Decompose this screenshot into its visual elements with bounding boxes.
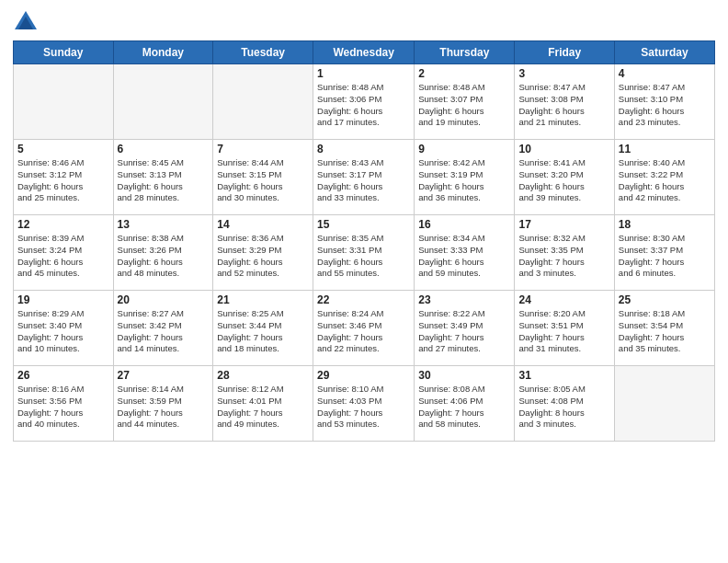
- day-number: 26: [17, 369, 109, 382]
- day-info: Sunrise: 8:29 AM Sunset: 3:40 PM Dayligh…: [17, 308, 109, 355]
- calendar-cell: 2Sunrise: 8:48 AM Sunset: 3:07 PM Daylig…: [415, 64, 515, 140]
- calendar-cell: 20Sunrise: 8:27 AM Sunset: 3:42 PM Dayli…: [113, 291, 213, 366]
- day-number: 12: [17, 218, 109, 231]
- calendar-cell: 19Sunrise: 8:29 AM Sunset: 3:40 PM Dayli…: [14, 291, 114, 366]
- calendar-cell: 26Sunrise: 8:16 AM Sunset: 3:56 PM Dayli…: [14, 366, 114, 442]
- day-number: 6: [118, 143, 210, 155]
- day-info: Sunrise: 8:44 AM Sunset: 3:15 PM Dayligh…: [217, 157, 309, 204]
- day-info: Sunrise: 8:12 AM Sunset: 4:01 PM Dayligh…: [217, 384, 309, 431]
- calendar-cell: 3Sunrise: 8:47 AM Sunset: 3:08 PM Daylig…: [515, 64, 614, 140]
- day-number: 27: [118, 369, 210, 382]
- day-info: Sunrise: 8:36 AM Sunset: 3:29 PM Dayligh…: [217, 233, 309, 280]
- day-number: 2: [418, 67, 510, 80]
- day-info: Sunrise: 8:34 AM Sunset: 3:33 PM Dayligh…: [418, 233, 510, 280]
- day-number: 19: [17, 293, 109, 306]
- calendar-cell: 8Sunrise: 8:43 AM Sunset: 3:17 PM Daylig…: [313, 140, 415, 215]
- day-number: 7: [217, 143, 309, 155]
- day-info: Sunrise: 8:24 AM Sunset: 3:46 PM Dayligh…: [317, 308, 410, 355]
- day-info: Sunrise: 8:16 AM Sunset: 3:56 PM Dayligh…: [17, 384, 109, 431]
- day-info: Sunrise: 8:48 AM Sunset: 3:07 PM Dayligh…: [418, 82, 510, 129]
- week-row-2: 5Sunrise: 8:46 AM Sunset: 3:12 PM Daylig…: [14, 140, 715, 215]
- day-info: Sunrise: 8:46 AM Sunset: 3:12 PM Dayligh…: [17, 157, 109, 204]
- day-info: Sunrise: 8:20 AM Sunset: 3:51 PM Dayligh…: [518, 308, 609, 355]
- day-info: Sunrise: 8:47 AM Sunset: 3:08 PM Dayligh…: [518, 82, 609, 129]
- day-number: 20: [118, 293, 210, 306]
- day-info: Sunrise: 8:18 AM Sunset: 3:54 PM Dayligh…: [619, 308, 711, 355]
- day-info: Sunrise: 8:14 AM Sunset: 3:59 PM Dayligh…: [118, 384, 210, 431]
- day-number: 16: [418, 218, 510, 231]
- day-number: 10: [518, 143, 609, 155]
- day-info: Sunrise: 8:05 AM Sunset: 4:08 PM Dayligh…: [518, 384, 609, 431]
- day-number: 30: [418, 369, 510, 382]
- day-info: Sunrise: 8:38 AM Sunset: 3:26 PM Dayligh…: [118, 233, 210, 280]
- logo: [13, 9, 42, 35]
- calendar-cell: 24Sunrise: 8:20 AM Sunset: 3:51 PM Dayli…: [515, 291, 614, 366]
- week-row-5: 26Sunrise: 8:16 AM Sunset: 3:56 PM Dayli…: [14, 366, 715, 442]
- weekday-saturday: Saturday: [614, 41, 714, 64]
- day-number: 21: [217, 293, 309, 306]
- day-number: 9: [418, 143, 510, 155]
- calendar-cell: [14, 64, 114, 140]
- calendar-cell: [113, 64, 213, 140]
- day-info: Sunrise: 8:45 AM Sunset: 3:13 PM Dayligh…: [118, 157, 210, 204]
- calendar-cell: 5Sunrise: 8:46 AM Sunset: 3:12 PM Daylig…: [14, 140, 114, 215]
- week-row-4: 19Sunrise: 8:29 AM Sunset: 3:40 PM Dayli…: [14, 291, 715, 366]
- day-number: 31: [518, 369, 609, 382]
- day-info: Sunrise: 8:35 AM Sunset: 3:31 PM Dayligh…: [317, 233, 410, 280]
- weekday-wednesday: Wednesday: [313, 41, 415, 64]
- calendar-cell: 15Sunrise: 8:35 AM Sunset: 3:31 PM Dayli…: [313, 215, 415, 291]
- weekday-tuesday: Tuesday: [213, 41, 313, 64]
- calendar-cell: 25Sunrise: 8:18 AM Sunset: 3:54 PM Dayli…: [614, 291, 714, 366]
- calendar-table: SundayMondayTuesdayWednesdayThursdayFrid…: [13, 40, 715, 442]
- calendar-cell: 30Sunrise: 8:08 AM Sunset: 4:06 PM Dayli…: [415, 366, 515, 442]
- day-info: Sunrise: 8:22 AM Sunset: 3:49 PM Dayligh…: [418, 308, 510, 355]
- calendar-cell: 12Sunrise: 8:39 AM Sunset: 3:24 PM Dayli…: [14, 215, 114, 291]
- day-number: 8: [317, 143, 410, 155]
- page: SundayMondayTuesdayWednesdayThursdayFrid…: [0, 0, 728, 563]
- day-number: 23: [418, 293, 510, 306]
- calendar-cell: 18Sunrise: 8:30 AM Sunset: 3:37 PM Dayli…: [614, 215, 714, 291]
- day-number: 4: [619, 67, 711, 80]
- day-number: 22: [317, 293, 410, 306]
- day-info: Sunrise: 8:27 AM Sunset: 3:42 PM Dayligh…: [118, 308, 210, 355]
- calendar-cell: 16Sunrise: 8:34 AM Sunset: 3:33 PM Dayli…: [415, 215, 515, 291]
- day-info: Sunrise: 8:32 AM Sunset: 3:35 PM Dayligh…: [518, 233, 609, 280]
- day-info: Sunrise: 8:41 AM Sunset: 3:20 PM Dayligh…: [518, 157, 609, 204]
- day-number: 24: [518, 293, 609, 306]
- calendar-cell: 29Sunrise: 8:10 AM Sunset: 4:03 PM Dayli…: [313, 366, 415, 442]
- day-info: Sunrise: 8:25 AM Sunset: 3:44 PM Dayligh…: [217, 308, 309, 355]
- calendar-cell: 9Sunrise: 8:42 AM Sunset: 3:19 PM Daylig…: [415, 140, 515, 215]
- day-number: 13: [118, 218, 210, 231]
- day-info: Sunrise: 8:48 AM Sunset: 3:06 PM Dayligh…: [317, 82, 410, 129]
- day-info: Sunrise: 8:10 AM Sunset: 4:03 PM Dayligh…: [317, 384, 410, 431]
- day-info: Sunrise: 8:30 AM Sunset: 3:37 PM Dayligh…: [619, 233, 711, 280]
- calendar-cell: 1Sunrise: 8:48 AM Sunset: 3:06 PM Daylig…: [313, 64, 415, 140]
- day-number: 28: [217, 369, 309, 382]
- weekday-sunday: Sunday: [14, 41, 114, 64]
- calendar-cell: 23Sunrise: 8:22 AM Sunset: 3:49 PM Dayli…: [415, 291, 515, 366]
- calendar-cell: 27Sunrise: 8:14 AM Sunset: 3:59 PM Dayli…: [113, 366, 213, 442]
- weekday-monday: Monday: [113, 41, 213, 64]
- day-number: 14: [217, 218, 309, 231]
- logo-icon: [13, 9, 39, 35]
- weekday-header-row: SundayMondayTuesdayWednesdayThursdayFrid…: [14, 41, 715, 64]
- day-number: 18: [619, 218, 711, 231]
- calendar-cell: 22Sunrise: 8:24 AM Sunset: 3:46 PM Dayli…: [313, 291, 415, 366]
- calendar-cell: 28Sunrise: 8:12 AM Sunset: 4:01 PM Dayli…: [213, 366, 313, 442]
- week-row-1: 1Sunrise: 8:48 AM Sunset: 3:06 PM Daylig…: [14, 64, 715, 140]
- day-number: 17: [518, 218, 609, 231]
- day-number: 25: [619, 293, 711, 306]
- calendar-cell: 13Sunrise: 8:38 AM Sunset: 3:26 PM Dayli…: [113, 215, 213, 291]
- day-info: Sunrise: 8:43 AM Sunset: 3:17 PM Dayligh…: [317, 157, 410, 204]
- calendar-cell: 21Sunrise: 8:25 AM Sunset: 3:44 PM Dayli…: [213, 291, 313, 366]
- calendar-cell: 10Sunrise: 8:41 AM Sunset: 3:20 PM Dayli…: [515, 140, 614, 215]
- day-info: Sunrise: 8:39 AM Sunset: 3:24 PM Dayligh…: [17, 233, 109, 280]
- calendar-cell: 14Sunrise: 8:36 AM Sunset: 3:29 PM Dayli…: [213, 215, 313, 291]
- calendar-cell: 7Sunrise: 8:44 AM Sunset: 3:15 PM Daylig…: [213, 140, 313, 215]
- day-info: Sunrise: 8:40 AM Sunset: 3:22 PM Dayligh…: [619, 157, 711, 204]
- calendar-cell: 6Sunrise: 8:45 AM Sunset: 3:13 PM Daylig…: [113, 140, 213, 215]
- calendar-cell: 11Sunrise: 8:40 AM Sunset: 3:22 PM Dayli…: [614, 140, 714, 215]
- day-info: Sunrise: 8:47 AM Sunset: 3:10 PM Dayligh…: [619, 82, 711, 129]
- calendar-cell: 31Sunrise: 8:05 AM Sunset: 4:08 PM Dayli…: [515, 366, 614, 442]
- day-info: Sunrise: 8:42 AM Sunset: 3:19 PM Dayligh…: [418, 157, 510, 204]
